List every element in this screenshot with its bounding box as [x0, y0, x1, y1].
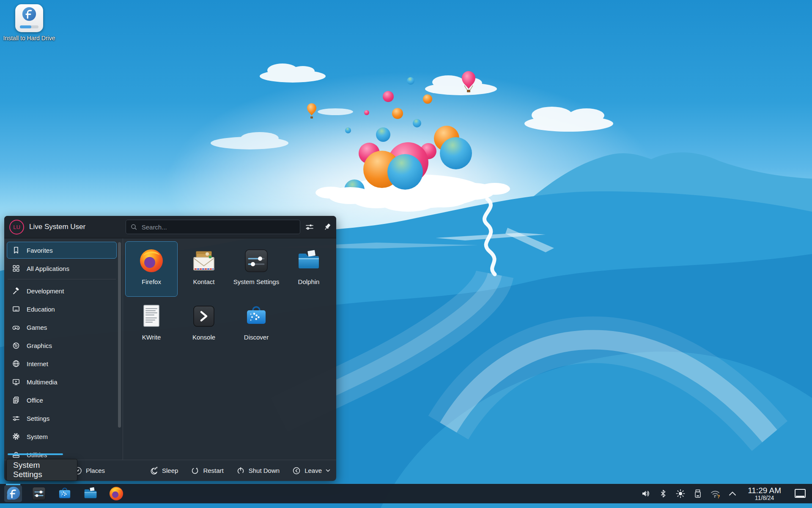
discover-icon [243, 303, 270, 330]
taskbar-discover-button[interactable] [56, 485, 74, 502]
sidebar-item-label: All Applications [27, 265, 69, 272]
search-box[interactable] [126, 220, 300, 234]
firefox-icon [138, 247, 165, 274]
sleep-icon [149, 466, 158, 475]
desktop-icon-install-to-hard-drive[interactable]: Install to Hard Drive [2, 4, 57, 42]
show-desktop-button[interactable] [793, 486, 808, 502]
taskbar: ? 11:29 AM 11/8/24 [0, 484, 812, 503]
sidebar-item-label: Education [27, 306, 55, 313]
clock-date: 11/8/24 [748, 495, 781, 501]
pin-icon [323, 222, 332, 232]
sidebar-item-development[interactable]: Development [7, 282, 117, 299]
gear-icon [11, 432, 21, 441]
sidebar-item-label: Internet [27, 360, 48, 367]
sliders-icon [305, 222, 314, 232]
sidebar-item-system[interactable]: System [7, 428, 117, 445]
application-launcher-button[interactable] [4, 485, 22, 502]
tooltip-accent-bar [8, 453, 63, 455]
sidebar-item-favorites[interactable]: Favorites [7, 242, 117, 259]
leave-button[interactable]: Leave [292, 467, 330, 475]
wifi-question-icon: ? [710, 489, 721, 499]
documents-icon [11, 396, 21, 404]
configure-button[interactable] [303, 220, 316, 234]
sun-icon [675, 489, 686, 499]
app-kontact[interactable]: Kontact [178, 241, 230, 297]
launcher-sidebar: Favorites All Applications [4, 238, 123, 460]
sidebar-item-multimedia[interactable]: Multimedia [7, 373, 117, 390]
taskbar-tooltip: System Settings [6, 459, 77, 481]
taskbar-firefox-button[interactable] [107, 485, 125, 502]
removable-device-button[interactable] [692, 487, 703, 500]
sidebar-item-label: Graphics [27, 342, 52, 349]
installer-progress-track [20, 25, 38, 28]
chevron-down-icon [326, 469, 330, 472]
sleep-button[interactable]: Sleep [149, 466, 178, 475]
sidebar-item-internet[interactable]: Internet [7, 355, 117, 372]
places-button[interactable]: Places [74, 467, 105, 475]
desktop: Install to Hard Drive LU Live System Use… [0, 0, 812, 508]
usb-drive-icon [693, 489, 702, 498]
volume-button[interactable] [640, 487, 651, 500]
clock[interactable]: 11:29 AM 11/8/24 [748, 486, 781, 501]
blackboard-icon [11, 305, 21, 313]
installer-progress-fill [20, 25, 31, 28]
search-input[interactable] [141, 223, 296, 231]
sidebar-item-all-applications[interactable]: All Applications [7, 260, 117, 277]
user-initials: LU [13, 224, 20, 230]
tray-expander-button[interactable] [727, 487, 738, 500]
app-dolphin[interactable]: Dolphin [283, 241, 335, 297]
fedora-logo-icon [5, 486, 21, 502]
firefox-icon [108, 486, 124, 502]
bluetooth-icon [658, 489, 668, 498]
fedora-installer-icon [15, 4, 43, 32]
sidebar-item-education[interactable]: Education [7, 301, 117, 318]
network-button[interactable]: ? [710, 487, 721, 500]
leave-icon [292, 467, 301, 475]
pin-button[interactable] [321, 220, 334, 234]
taskbar-launcher-area [4, 485, 125, 502]
brightness-button[interactable] [675, 487, 686, 500]
gamepad-icon [11, 323, 21, 331]
app-konsole[interactable]: Konsole [178, 297, 230, 352]
sidebar-item-label: Games [27, 324, 47, 331]
sidebar-item-label: Development [27, 287, 64, 295]
system-tray: ? 11:29 AM 11/8/24 [640, 486, 808, 502]
app-system-settings[interactable]: System Settings [230, 241, 283, 297]
user-name: Live System User [29, 223, 85, 231]
user-avatar[interactable]: LU [9, 220, 24, 235]
grid-icon [11, 264, 21, 273]
sidebar-scrollbar[interactable] [118, 242, 121, 428]
taskbar-dolphin-button[interactable] [82, 485, 99, 502]
app-firefox[interactable]: Firefox [125, 241, 178, 297]
sidebar-item-office[interactable]: Office [7, 392, 117, 409]
sidebar-item-graphics[interactable]: Graphics [7, 337, 117, 354]
restart-icon [191, 467, 199, 475]
favorites-grid: Firefox Kontact System Settings Dolphin … [125, 241, 335, 352]
discover-icon [57, 486, 73, 502]
bookmark-icon [11, 246, 21, 254]
sidebar-item-settings[interactable]: Settings [7, 410, 117, 427]
sidebar-item-label: System [27, 433, 48, 440]
sidebar-item-label: Favorites [27, 247, 53, 254]
app-kwrite[interactable]: KWrite [125, 297, 178, 352]
svg-text:?: ? [717, 494, 720, 499]
clock-time: 11:29 AM [748, 486, 781, 494]
search-icon [130, 223, 137, 231]
launcher-header: LU Live System User [4, 216, 336, 238]
sliders-icon [11, 414, 21, 422]
show-desktop-icon [794, 489, 806, 499]
app-discover[interactable]: Discover [230, 297, 283, 352]
system-settings-icon [243, 247, 270, 274]
multimedia-icon [11, 378, 21, 386]
shutdown-button[interactable]: Shut Down [236, 467, 280, 475]
sidebar-separator [8, 279, 116, 279]
restart-button[interactable]: Restart [191, 467, 223, 475]
kwrite-icon [138, 303, 165, 330]
sidebar-item-label: Office [27, 397, 43, 404]
taskbar-system-settings-button[interactable] [30, 485, 48, 502]
system-settings-icon [31, 486, 47, 502]
launcher-body: Favorites All Applications [4, 238, 336, 460]
globe-icon [11, 359, 21, 368]
sidebar-item-games[interactable]: Games [7, 319, 117, 336]
bluetooth-button[interactable] [658, 487, 669, 500]
